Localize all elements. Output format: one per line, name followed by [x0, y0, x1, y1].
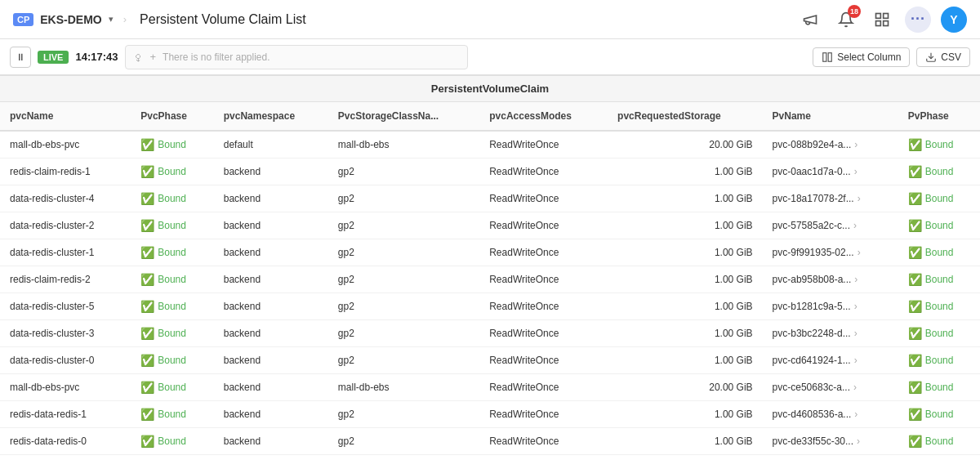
pvcname-cell: data-redis-cluster-3: [0, 320, 131, 347]
filter-bar[interactable]: ⧬ + There is no filter applied.: [125, 45, 468, 69]
check-icon: ✅: [140, 300, 154, 313]
more-options-button[interactable]: ···: [905, 7, 931, 33]
pvcrequested-cell: 1.00 GiB: [608, 159, 763, 185]
pvcname-cell: redis-claim-redis-1: [0, 159, 131, 185]
chevron-right-icon[interactable]: ›: [853, 382, 857, 393]
col-pvcstorageclassname[interactable]: PvcStorageClassNa...: [328, 102, 479, 132]
pv-bound-badge: ✅Bound: [908, 192, 954, 205]
table-row: mall-db-ebs-pvc✅Bounddefaultmall-db-ebsR…: [0, 131, 980, 159]
column-header-row: pvcName PvcPhase pvcNamespace PvcStorage…: [0, 102, 980, 132]
pv-bound-badge: ✅Bound: [908, 381, 954, 394]
pvphase-cell: ✅Bound: [898, 401, 980, 428]
pv-check-icon: ✅: [908, 327, 922, 340]
toolbar: ⏸ LIVE 14:17:43 ⧬ + There is no filter a…: [0, 39, 980, 75]
col-pvphase[interactable]: PvPhase: [898, 102, 980, 132]
pvcphase-cell: ✅Bound: [131, 159, 214, 185]
pvcphase-cell: ✅Bound: [131, 212, 214, 239]
resource-button[interactable]: [869, 7, 895, 33]
chevron-right-icon[interactable]: ›: [854, 409, 858, 420]
pvcaccessmodes-cell: ReadWriteOnce: [479, 320, 608, 347]
pv-check-icon: ✅: [908, 165, 922, 178]
pvcname-cell: data-redis-cluster-4: [0, 185, 131, 212]
bound-badge: ✅Bound: [140, 138, 186, 151]
chevron-right-icon[interactable]: ›: [854, 355, 858, 366]
pvphase-cell: ✅Bound: [898, 159, 980, 185]
check-icon: ✅: [140, 327, 154, 340]
pv-bound-badge: ✅Bound: [908, 354, 954, 367]
chevron-right-icon[interactable]: ›: [858, 193, 861, 204]
pvcaccessmodes-cell: ReadWriteOnce: [479, 428, 608, 455]
bell-button[interactable]: 18: [833, 7, 859, 33]
pvcname-cell: mall-db-ebs-pvc: [0, 374, 131, 401]
chevron-right-icon[interactable]: ›: [853, 220, 857, 231]
table-row: mall-db-ebs-pvc✅Boundbackendmall-db-ebsR…: [0, 374, 980, 401]
table-row: data-redis-cluster-0✅Boundbackendgp2Read…: [0, 347, 980, 374]
pvcaccessmodes-cell: ReadWriteOnce: [479, 347, 608, 374]
table-row: data-redis-cluster-3✅Boundbackendgp2Read…: [0, 320, 980, 347]
pvcstorage-cell: gp2: [328, 293, 479, 320]
pvcaccessmodes-cell: ReadWriteOnce: [479, 239, 608, 266]
pvcstorage-cell: gp2: [328, 266, 479, 293]
chevron-right-icon[interactable]: ›: [854, 328, 858, 339]
csv-label: CSV: [941, 51, 961, 63]
cp-badge: CP: [13, 13, 33, 26]
col-pvcnamespace[interactable]: pvcNamespace: [214, 102, 328, 132]
chevron-right-icon[interactable]: ›: [854, 166, 858, 177]
svg-rect-5: [828, 52, 831, 61]
col-pvcrequested[interactable]: pvcRequestedStorage: [608, 102, 763, 132]
pv-bound-badge: ✅Bound: [908, 246, 954, 259]
pvcaccessmodes-cell: ReadWriteOnce: [479, 401, 608, 428]
pvcrequested-cell: 1.00 GiB: [608, 428, 763, 455]
select-column-button[interactable]: Select Column: [813, 47, 910, 67]
timestamp: 14:17:43: [75, 51, 118, 63]
chevron-right-icon[interactable]: ›: [858, 247, 861, 258]
pvphase-cell: ✅Bound: [898, 455, 980, 461]
col-pvcaccessmodes[interactable]: pvcAccessModes: [479, 102, 608, 132]
megaphone-button[interactable]: [797, 7, 823, 33]
chevron-right-icon[interactable]: ›: [854, 274, 858, 285]
col-pvname[interactable]: PvName: [763, 102, 898, 132]
col-pvcname[interactable]: pvcName: [0, 102, 131, 132]
pv-bound-badge: ✅Bound: [908, 408, 954, 421]
pvcrequested-cell: 20.00 GiB: [608, 131, 763, 159]
toolbar-left: ⏸ LIVE 14:17:43 ⧬ + There is no filter a…: [10, 45, 468, 69]
filter-plus-icon[interactable]: +: [150, 51, 157, 63]
csv-button[interactable]: CSV: [916, 47, 970, 67]
pvcrequested-cell: 1.00 GiB: [608, 401, 763, 428]
pvphase-cell: ✅Bound: [898, 293, 980, 320]
chevron-right-icon[interactable]: ›: [854, 301, 858, 312]
pause-button[interactable]: ⏸: [10, 47, 31, 68]
pvname-cell: pvc-ce50683c-a...›: [763, 374, 898, 401]
live-badge: LIVE: [38, 51, 69, 64]
pv-check-icon: ✅: [908, 192, 922, 205]
pvname-cell: pvc-ab958b08-a...›: [763, 266, 898, 293]
pvname-cell: pvc-de33f55c-30...›: [763, 428, 898, 455]
pvcnamespace-cell: backend: [214, 401, 328, 428]
pvphase-cell: ✅Bound: [898, 428, 980, 455]
table-row: data-redis-cluster-1✅Boundbackendgp2Read…: [0, 239, 980, 266]
avatar[interactable]: Y: [941, 7, 967, 33]
cluster-dropdown-icon[interactable]: ▾: [109, 14, 114, 25]
pvcaccessmodes-cell: ReadWriteOnce: [479, 212, 608, 239]
chevron-right-icon[interactable]: ›: [854, 139, 858, 150]
pv-check-icon: ✅: [908, 300, 922, 313]
pvcphase-cell: ✅Bound: [131, 131, 214, 159]
chevron-right-icon[interactable]: ›: [857, 435, 860, 447]
pvcnamespace-cell: backend: [214, 293, 328, 320]
table-row: redis-data-redis-0✅Boundbackendgp2ReadWr…: [0, 428, 980, 455]
pv-check-icon: ✅: [908, 435, 922, 448]
check-icon: ✅: [140, 354, 154, 367]
pvcrequested-cell: 1.00 GiB: [608, 266, 763, 293]
table-row: redis-claim-redis-0✅Boundbackendgp2ReadW…: [0, 455, 980, 461]
pvcphase-cell: ✅Bound: [131, 293, 214, 320]
pvcrequested-cell: 20.00 GiB: [608, 374, 763, 401]
pvcstorage-cell: gp2: [328, 401, 479, 428]
group-header-row: PersistentVolumeClaim: [0, 76, 980, 102]
pvcstorage-cell: gp2: [328, 185, 479, 212]
pvphase-cell: ✅Bound: [898, 266, 980, 293]
pvcnamespace-cell: backend: [214, 428, 328, 455]
pvcaccessmodes-cell: ReadWriteOnce: [479, 293, 608, 320]
pvcname-cell: data-redis-cluster-1: [0, 239, 131, 266]
col-pvcphase[interactable]: PvcPhase: [131, 102, 214, 132]
pvname-cell: pvc-b1281c9a-5...›: [763, 293, 898, 320]
